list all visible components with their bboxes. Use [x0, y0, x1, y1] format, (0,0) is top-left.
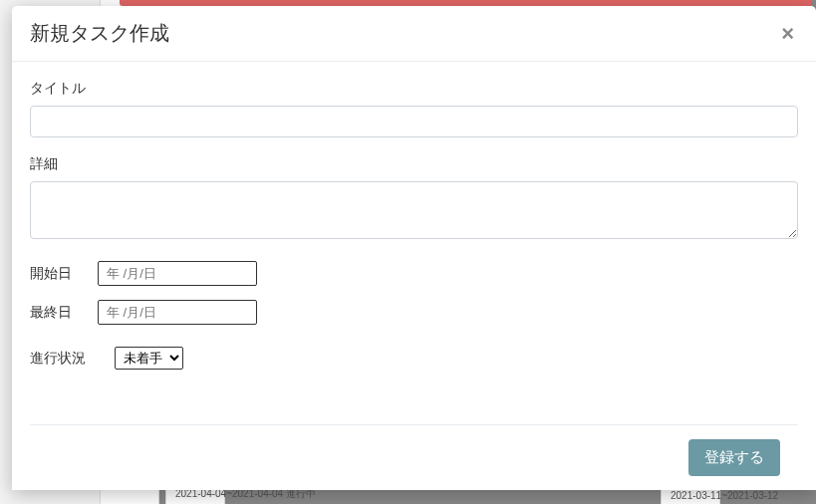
modal-header: 新規タスク作成 × — [12, 6, 816, 62]
modal-body: タイトル 詳細 開始日 最終日 進行状況 未着手 — [12, 62, 816, 424]
start-date-label: 開始日 — [30, 265, 98, 283]
end-date-row: 最終日 — [30, 300, 798, 325]
start-date-row: 開始日 — [30, 261, 798, 286]
modal-footer: 登録する — [30, 424, 798, 490]
status-label: 進行状況 — [30, 350, 115, 368]
submit-button[interactable]: 登録する — [688, 439, 780, 476]
detail-textarea[interactable] — [30, 181, 798, 239]
close-icon[interactable]: × — [777, 23, 798, 45]
detail-group: 詳細 — [30, 155, 798, 243]
title-group: タイトル — [30, 80, 798, 137]
status-row: 進行状況 未着手 — [30, 347, 798, 370]
title-input[interactable] — [30, 106, 798, 137]
background-date-text: 2021-03-11~2021-03-12 — [671, 490, 778, 501]
modal-title: 新規タスク作成 — [30, 20, 169, 47]
new-task-modal: 新規タスク作成 × タイトル 詳細 開始日 最終日 進行状況 未着手 登録する — [12, 6, 816, 490]
status-select[interactable]: 未着手 — [115, 347, 183, 370]
start-date-input[interactable] — [98, 261, 257, 286]
end-date-input[interactable] — [98, 300, 257, 325]
detail-label: 詳細 — [30, 155, 798, 173]
end-date-label: 最終日 — [30, 304, 98, 322]
title-label: タイトル — [30, 80, 798, 98]
